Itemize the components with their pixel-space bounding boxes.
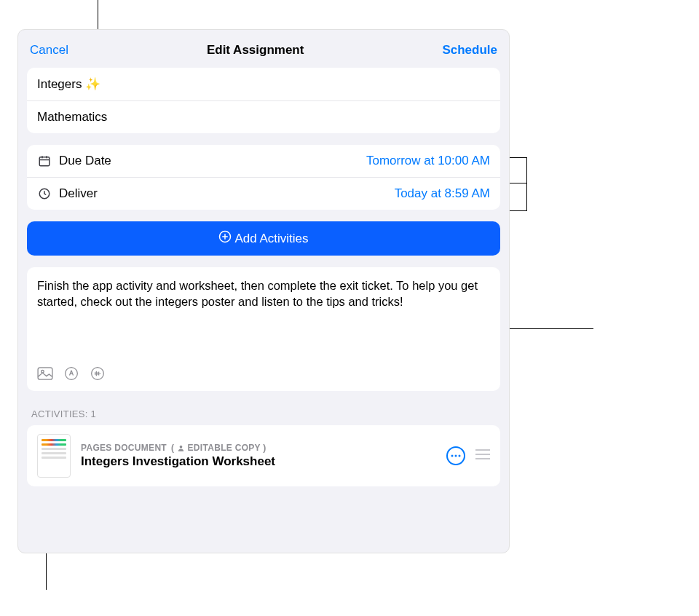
add-activities-label: Add Activities [234, 232, 308, 246]
activity-thumbnail [37, 434, 71, 478]
plus-circle-icon [218, 230, 232, 247]
edit-assignment-panel: Cancel Edit Assignment Schedule Integers… [17, 29, 510, 553]
panel-header: Cancel Edit Assignment Schedule [27, 39, 500, 68]
callout-line-dates-v [526, 157, 527, 210]
assignment-title-field: Integers ✨ [37, 76, 100, 92]
due-date-row[interactable]: Due Date Tomorrow at 10:00 AM [27, 145, 500, 177]
due-date-label: Due Date [59, 154, 111, 168]
activity-badge: ( EDITABLE COPY ) [171, 443, 266, 453]
attachment-toolbar [37, 366, 490, 381]
title-card: Integers ✨ Mathematics [27, 68, 500, 133]
panel-title: Edit Assignment [207, 43, 304, 58]
clock-icon [37, 186, 52, 201]
activity-info: PAGES DOCUMENT ( EDITABLE COPY ) Integer… [81, 443, 436, 469]
activity-title: Integers Investigation Worksheet [81, 454, 436, 469]
svg-point-13 [451, 455, 454, 457]
instructions-text: Finish the app activity and worksheet, t… [37, 277, 490, 310]
drag-handle-icon[interactable] [475, 449, 490, 462]
svg-point-14 [455, 455, 457, 457]
assignment-class-field: Mathematics [37, 110, 107, 125]
activity-type-label: PAGES DOCUMENT [81, 443, 167, 453]
audio-icon[interactable] [90, 366, 106, 381]
instructions-card[interactable]: Finish the app activity and worksheet, t… [27, 267, 500, 391]
schedule-button[interactable]: Schedule [442, 43, 497, 58]
add-activities-button[interactable]: Add Activities [27, 221, 500, 256]
cancel-button[interactable]: Cancel [30, 43, 68, 58]
svg-rect-8 [38, 368, 52, 379]
calendar-icon [37, 154, 52, 168]
photo-icon[interactable] [37, 366, 53, 381]
svg-point-12 [180, 446, 183, 449]
deliver-row[interactable]: Deliver Today at 8:59 AM [27, 177, 500, 210]
callout-line-dates-t1 [510, 157, 527, 158]
activity-more-button[interactable] [446, 446, 465, 465]
activity-row[interactable]: PAGES DOCUMENT ( EDITABLE COPY ) Integer… [27, 425, 500, 486]
deliver-value[interactable]: Today at 8:59 AM [395, 186, 490, 201]
activities-section-header: ACTIVITIES: 1 [27, 406, 500, 425]
assignment-class-row[interactable]: Mathematics [27, 100, 500, 133]
callout-line-dates-t2 [510, 210, 527, 211]
svg-rect-0 [39, 157, 50, 166]
assignment-title-row[interactable]: Integers ✨ [27, 68, 500, 100]
svg-point-15 [459, 455, 461, 457]
deliver-label: Deliver [59, 186, 98, 201]
due-date-value[interactable]: Tomorrow at 10:00 AM [366, 154, 490, 168]
dates-card: Due Date Tomorrow at 10:00 AM Deliver To… [27, 145, 500, 210]
callout-line-dates-h [510, 183, 527, 183]
markup-icon[interactable] [63, 366, 79, 381]
